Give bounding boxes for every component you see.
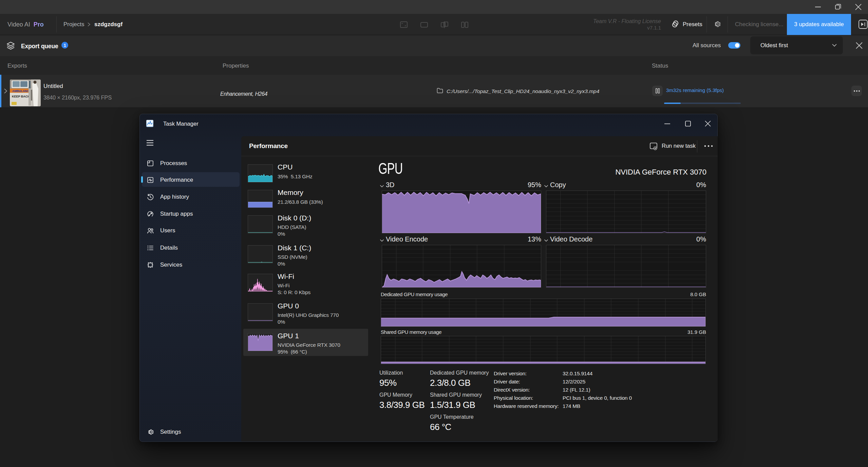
svg-text:KEEP BACK: KEEP BACK	[12, 95, 30, 98]
svg-text:AMBULANCE: AMBULANCE	[12, 89, 31, 93]
